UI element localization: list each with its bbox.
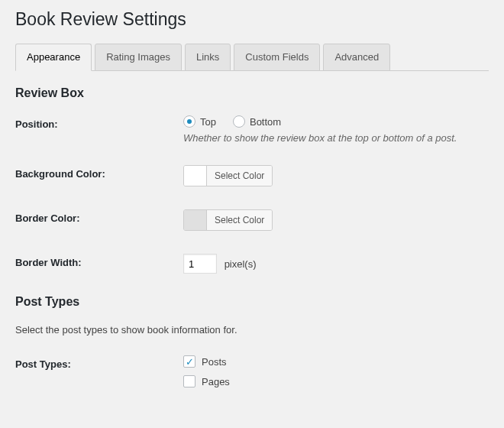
position-description: Whether to show the review box at the to… <box>183 132 489 144</box>
row-background-color: Background Color: Select Color <box>15 165 489 188</box>
section-heading-review-box: Review Box <box>15 86 489 100</box>
border-width-unit: pixel(s) <box>225 258 257 270</box>
tab-links[interactable]: Links <box>185 44 231 71</box>
label-post-types: Post Types: <box>15 355 183 370</box>
checkbox-posts[interactable] <box>183 355 195 368</box>
row-post-types: Post Types: Posts Pages <box>15 355 489 395</box>
checkbox-label-posts[interactable]: Posts <box>202 356 227 368</box>
row-border-width: Border Width: pixel(s) <box>15 254 489 274</box>
label-position: Position: <box>15 115 183 130</box>
tab-advanced[interactable]: Advanced <box>323 44 390 71</box>
row-border-color: Border Color: Select Color <box>15 209 489 232</box>
tab-rating-images[interactable]: Rating Images <box>95 44 182 71</box>
border-color-picker[interactable]: Select Color <box>183 209 273 231</box>
section-heading-post-types: Post Types <box>15 295 489 309</box>
label-border-width: Border Width: <box>15 254 183 268</box>
page-title: Book Review Settings <box>15 9 489 30</box>
select-border-color-button[interactable]: Select Color <box>207 210 272 230</box>
select-background-color-button[interactable]: Select Color <box>207 166 272 186</box>
radio-position-top[interactable] <box>183 115 195 128</box>
background-color-picker[interactable]: Select Color <box>183 165 273 186</box>
radio-label-bottom[interactable]: Bottom <box>250 116 281 128</box>
tab-custom-fields[interactable]: Custom Fields <box>234 44 320 71</box>
label-background-color: Background Color: <box>15 165 183 180</box>
checkbox-label-pages[interactable]: Pages <box>202 376 230 387</box>
radio-position-bottom[interactable] <box>233 115 245 128</box>
tab-appearance[interactable]: Appearance <box>15 44 92 71</box>
background-color-swatch <box>184 166 207 186</box>
border-width-input[interactable] <box>183 254 217 274</box>
label-border-color: Border Color: <box>15 209 183 224</box>
tabs-nav: Appearance Rating Images Links Custom Fi… <box>15 44 489 71</box>
post-types-description: Select the post types to show book infor… <box>15 324 489 336</box>
checkbox-pages[interactable] <box>183 375 195 387</box>
row-position: Position: Top Bottom Whether to show the… <box>15 115 489 144</box>
border-color-swatch <box>184 210 207 230</box>
radio-label-top[interactable]: Top <box>200 116 216 128</box>
